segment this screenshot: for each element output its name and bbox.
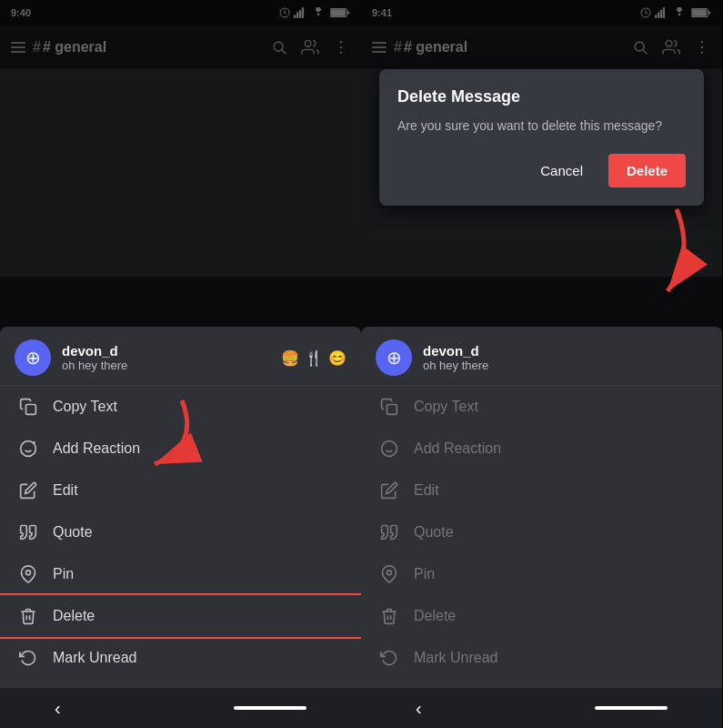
username-right: devon_d [423, 343, 708, 359]
delete-dialog: Delete Message Are you sure you want to … [379, 69, 704, 206]
left-panel: 9:40 # # general ⊕ [0, 0, 361, 728]
trash-icon [18, 606, 38, 626]
svg-rect-11 [26, 405, 36, 415]
cancel-button[interactable]: Cancel [526, 156, 597, 186]
menu-item-copy-text[interactable]: Copy Text [0, 386, 361, 428]
pin-label-right: Pin [414, 566, 435, 582]
delete-button[interactable]: Delete [608, 154, 686, 187]
refresh-icon-right [379, 648, 399, 668]
menu-item-add-reaction-right[interactable]: Add Reaction [361, 428, 722, 470]
nav-bar-left: ‹ [0, 688, 361, 728]
emoji-add-icon [18, 439, 38, 459]
mark-unread-label: Mark Unread [53, 650, 136, 666]
emoji-add-icon-right [379, 439, 399, 459]
pin-icon-right [379, 564, 399, 584]
message-text-right: oh hey there [423, 359, 708, 372]
dialog-body: Are you sure you want to delete this mes… [397, 117, 686, 136]
home-indicator-left [234, 706, 306, 710]
refresh-icon [18, 648, 38, 668]
avatar-left: ⊕ [15, 339, 51, 376]
context-menu-left: ⊕ devon_d oh hey there 🍔 🍴 😊 Copy Text [0, 327, 361, 728]
menu-item-pin[interactable]: Pin [0, 553, 361, 595]
edit-label: Edit [53, 482, 78, 499]
menu-item-delete-right[interactable]: Delete [361, 595, 722, 637]
edit-label-right: Edit [414, 482, 439, 499]
right-panel: 9:41 # # general Delete Message Are you … [361, 0, 722, 728]
menu-item-mark-unread[interactable]: Mark Unread [0, 637, 361, 679]
copy-text-label: Copy Text [53, 399, 117, 415]
nav-bar-right: ‹ [361, 688, 722, 728]
message-text-left: oh hey there [62, 359, 270, 372]
svg-point-28 [382, 441, 397, 457]
emoji-3: 😊 [328, 349, 346, 367]
avatar-right: ⊕ [376, 339, 412, 376]
quote-label-right: Quote [414, 524, 454, 541]
svg-point-29 [387, 571, 392, 575]
message-info-right: devon_d oh hey there [423, 343, 708, 372]
emoji-1: 🍔 [281, 349, 299, 367]
menu-item-quote[interactable]: Quote [0, 511, 361, 553]
menu-item-edit[interactable]: Edit [0, 470, 361, 511]
menu-item-pin-right[interactable]: Pin [361, 553, 722, 595]
menu-item-mark-unread-right[interactable]: Mark Unread [361, 637, 722, 679]
copy-icon-right [379, 397, 399, 417]
delete-label-right: Delete [414, 608, 456, 624]
menu-item-delete[interactable]: Delete [0, 595, 361, 637]
svg-rect-27 [387, 405, 397, 415]
copy-icon [18, 397, 38, 417]
copy-text-label-right: Copy Text [414, 399, 478, 415]
menu-item-add-reaction[interactable]: Add Reaction [0, 428, 361, 470]
discord-logo-right: ⊕ [387, 347, 402, 369]
quote-icon [18, 522, 38, 542]
pin-icon [18, 564, 38, 584]
dialog-buttons: Cancel Delete [397, 154, 686, 187]
message-info-left: devon_d oh hey there [62, 343, 270, 372]
edit-icon-right [379, 480, 399, 500]
quote-icon-right [379, 522, 399, 542]
menu-item-copy-text-right[interactable]: Copy Text [361, 386, 722, 428]
menu-item-quote-right[interactable]: Quote [361, 511, 722, 553]
message-preview-right: ⊕ devon_d oh hey there [361, 327, 722, 386]
back-icon-left[interactable]: ‹ [55, 698, 61, 719]
svg-point-13 [26, 571, 31, 575]
delete-label: Delete [53, 608, 95, 624]
pin-label: Pin [53, 566, 74, 582]
message-preview-left: ⊕ devon_d oh hey there 🍔 🍴 😊 [0, 327, 361, 386]
add-reaction-label-right: Add Reaction [414, 440, 501, 457]
add-reaction-label: Add Reaction [53, 440, 140, 457]
context-menu-right: ⊕ devon_d oh hey there Copy Text Add Rea… [361, 327, 722, 728]
emoji-row-left: 🍔 🍴 😊 [281, 349, 346, 367]
trash-icon-right [379, 606, 399, 626]
back-icon-right[interactable]: ‹ [416, 698, 422, 719]
username-left: devon_d [62, 343, 270, 359]
mark-unread-label-right: Mark Unread [414, 650, 497, 666]
discord-logo-left: ⊕ [25, 347, 41, 369]
home-indicator-right [595, 706, 668, 710]
edit-icon [18, 480, 38, 500]
dialog-title: Delete Message [397, 87, 686, 106]
menu-item-edit-right[interactable]: Edit [361, 470, 722, 511]
emoji-2: 🍴 [305, 349, 323, 367]
quote-label: Quote [53, 524, 93, 541]
